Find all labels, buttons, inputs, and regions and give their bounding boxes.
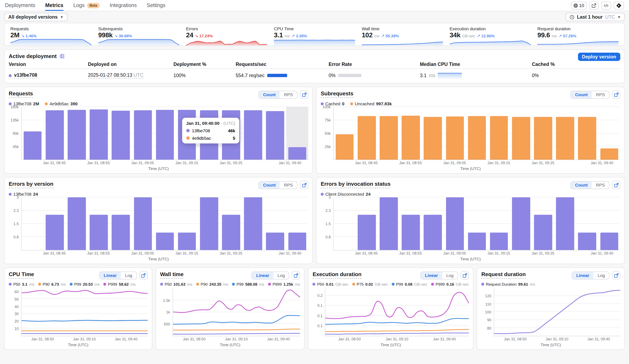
- tab-deployments[interactable]: Deployments: [5, 0, 35, 11]
- subrequests-plot[interactable]: [333, 107, 620, 160]
- version-filter-dropdown[interactable]: All deployed versions ▼: [4, 13, 68, 21]
- legend-item[interactable]: P503.1ms: [9, 282, 34, 286]
- deploy-diamond-icon: [616, 3, 622, 8]
- requests-plot[interactable]: [21, 107, 308, 160]
- legend-item[interactable]: P500.01GB-sec: [313, 282, 348, 286]
- legend-item[interactable]: P9991.25kms: [268, 282, 300, 286]
- legend-item[interactable]: P99958.62ms: [103, 282, 136, 286]
- legend-item[interactable]: P50101.63ms: [160, 282, 192, 286]
- charts-row-2: Errors by version CountRPS 13fbe70824 0.…: [4, 177, 625, 264]
- y-axis-tick: 60: [14, 290, 19, 294]
- legend-label: Request Duration: [486, 282, 517, 286]
- legend-item[interactable]: P9990.16GB-sec: [431, 282, 469, 286]
- toggle-option-log[interactable]: Log: [121, 272, 137, 279]
- request-duration-plot[interactable]: [494, 287, 620, 336]
- x-axis-label: Time (UTC): [160, 343, 300, 348]
- toggle-option-count[interactable]: Count: [571, 181, 592, 188]
- toggle-option-rps[interactable]: RPS: [280, 181, 297, 188]
- legend-item[interactable]: P906.73ms: [38, 282, 66, 286]
- toggle-option-count[interactable]: Count: [571, 91, 592, 98]
- legend-dot: [313, 283, 315, 286]
- legend-value: 20.53: [83, 282, 93, 286]
- errors-by-version-plot[interactable]: [21, 197, 308, 250]
- legend-item[interactable]: P750.02GB-sec: [352, 282, 388, 286]
- legend-item[interactable]: P90243.35ms: [196, 282, 228, 286]
- bar-08:50: [380, 116, 398, 160]
- legend-dot: [481, 283, 484, 286]
- toggle-option-linear[interactable]: Linear: [421, 272, 442, 279]
- tab-integrations[interactable]: Integrations: [110, 0, 137, 11]
- x-axis-tick: Jan 31, 08:50: [31, 337, 54, 341]
- error-rate-value: 0%: [329, 73, 335, 78]
- expand-icon[interactable]: [140, 271, 148, 279]
- errors-by-invocation-plot[interactable]: [333, 197, 620, 250]
- y-axis-tick: 110: [485, 302, 491, 306]
- time-range-dropdown[interactable]: Last 1 hour UTC ▼: [566, 13, 625, 21]
- toggle-option-log[interactable]: Log: [594, 272, 609, 279]
- wall-time-plot[interactable]: [173, 287, 300, 336]
- toggle-option-log[interactable]: Log: [442, 272, 458, 279]
- bar-09:05: [134, 111, 152, 160]
- legend-unit: GB-sec: [414, 282, 427, 286]
- x-axis-tick: Jan 31, 09:05: [131, 161, 154, 165]
- open-external-button[interactable]: [589, 1, 599, 9]
- median-cpu-value: 3.1: [420, 73, 427, 78]
- legend-dot: [45, 102, 48, 105]
- version-link[interactable]: v13fbe708: [14, 73, 37, 78]
- legend-item[interactable]: Request Duration99.61ms: [481, 282, 535, 286]
- code-button[interactable]: [601, 1, 611, 9]
- toggle-option-count[interactable]: Count: [259, 91, 280, 98]
- chart-tooltip: Jan 31, 09:40:00 - (UTC) 13fbe70846k 4e9…: [182, 118, 239, 143]
- legend-item[interactable]: 4e9db5ac390: [45, 101, 78, 106]
- execution-duration-plot[interactable]: [325, 287, 469, 336]
- expand-icon[interactable]: [461, 271, 469, 279]
- stat-card-errors: Errors24↘ 17.24%: [186, 26, 267, 46]
- legend-value: 588.08: [245, 282, 257, 286]
- tab-logs[interactable]: LogsBeta: [73, 0, 100, 11]
- legend-value: 24: [366, 192, 370, 197]
- toggle-option-linear[interactable]: Linear: [572, 272, 594, 279]
- toggle-option-rps[interactable]: RPS: [280, 91, 297, 98]
- toggle-option-linear[interactable]: Linear: [100, 272, 121, 279]
- deployment-info-icon[interactable]: [59, 53, 65, 59]
- legend-label: P50: [165, 282, 172, 286]
- quick-deploy-button[interactable]: [614, 1, 624, 9]
- y-axis-tick: 0.8: [13, 235, 19, 239]
- y-axis-tick: 0.1: [317, 324, 322, 328]
- y-axis-tick: 0.8: [325, 235, 331, 239]
- domains-button[interactable]: 10: [571, 1, 587, 9]
- expand-icon[interactable]: [292, 271, 300, 279]
- tab-metrics[interactable]: Metrics: [45, 0, 63, 11]
- legend-item[interactable]: P99588.08ms: [232, 282, 264, 286]
- legend-item[interactable]: 13fbe70824: [9, 192, 38, 197]
- toggle-option-count[interactable]: Count: [259, 181, 280, 188]
- deploy-version-button[interactable]: Deploy version: [578, 53, 620, 61]
- toggle-option-log[interactable]: Log: [273, 272, 289, 279]
- toggle-option-rps[interactable]: RPS: [592, 181, 609, 188]
- stat-unit: ms: [285, 34, 290, 38]
- legend-item[interactable]: Uncached997.83k: [350, 101, 392, 106]
- toggle-option-rps[interactable]: RPS: [592, 91, 609, 98]
- x-axis-tick: Jan 31, 09:10: [386, 337, 408, 341]
- legend-item[interactable]: P9920.53ms: [70, 282, 100, 286]
- expand-icon[interactable]: [300, 181, 308, 189]
- tab-settings[interactable]: Settings: [147, 0, 165, 11]
- bar-09:00: [112, 111, 130, 160]
- cpu-time-plot[interactable]: [21, 287, 148, 336]
- expand-icon[interactable]: [612, 90, 620, 99]
- legend-item[interactable]: P990.08GB-sec: [391, 282, 427, 286]
- y-axis-tick: 45k: [13, 145, 19, 149]
- y-axis-tick: 2.3: [325, 209, 331, 213]
- x-axis-tick: Jan 31, 09:15: [487, 161, 510, 165]
- legend-value: 0.08: [405, 282, 412, 286]
- version-cell[interactable]: v13fbe708: [9, 73, 88, 78]
- expand-icon[interactable]: [612, 181, 620, 189]
- expand-icon[interactable]: [612, 271, 620, 279]
- bar-09:40: [600, 149, 618, 160]
- legend-value: 99.61: [518, 282, 528, 286]
- legend-item[interactable]: Client Disconnected24: [321, 192, 370, 197]
- legend-label: Client Disconnected: [325, 192, 364, 197]
- expand-icon[interactable]: [300, 90, 308, 99]
- toggle-option-linear[interactable]: Linear: [252, 272, 273, 279]
- bar-09:25: [222, 215, 240, 250]
